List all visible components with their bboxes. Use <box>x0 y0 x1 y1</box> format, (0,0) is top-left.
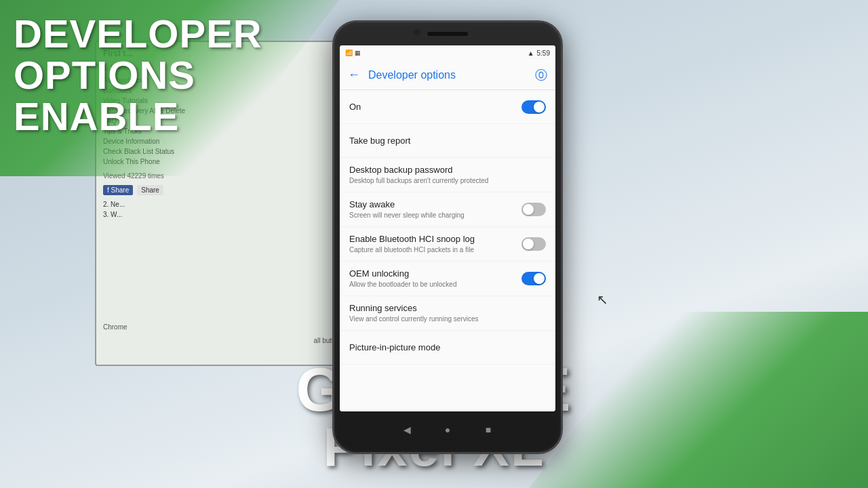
setting-subtitle-desktop-backup: Desktop full backups aren't currently pr… <box>349 176 540 185</box>
toggle-oem-unlocking[interactable] <box>521 272 546 285</box>
setting-item-bluetooth-hci[interactable]: Enable Bluetooth HCI snoop logCapture al… <box>340 227 555 262</box>
phone-screen: 📶 ▦ ▲ 5:59 ← Developer options ⓪ OnTake … <box>340 45 555 411</box>
toggle-on-toggle[interactable] <box>521 100 546 114</box>
setting-text-bug-report: Take bug report <box>349 136 546 146</box>
setting-text-bluetooth-hci: Enable Bluetooth HCI snoop logCapture al… <box>349 234 521 254</box>
hero-line-2: OPTIONS <box>14 53 195 97</box>
toggle-thumb-bluetooth-hci <box>523 239 534 249</box>
status-bar: 📶 ▦ ▲ 5:59 <box>340 45 555 60</box>
laptop-step-3: 3. W... <box>103 211 344 218</box>
setting-text-picture-in-picture: Picture-in-picture mode <box>349 342 546 352</box>
setting-text-desktop-backup: Desktop backup passwordDesktop full back… <box>349 165 546 185</box>
setting-title-picture-in-picture: Picture-in-picture mode <box>349 342 540 352</box>
nav-back-button[interactable]: ◀ <box>400 423 414 436</box>
setting-item-picture-in-picture[interactable]: Picture-in-picture mode <box>340 331 555 365</box>
setting-title-running-services: Running services <box>349 303 540 313</box>
toggle-stay-awake[interactable] <box>521 203 546 216</box>
toggle-bluetooth-hci[interactable] <box>521 237 546 251</box>
setting-text-oem-unlocking: OEM unlockingAllow the bootloader to be … <box>349 268 521 289</box>
screen-title: Developer options <box>368 69 535 81</box>
wifi-icon: 📶 <box>345 49 353 56</box>
chrome-label: Chrome <box>103 323 127 331</box>
setting-item-bug-report[interactable]: Take bug report <box>340 124 555 158</box>
setting-title-oem-unlocking: OEM unlocking <box>349 268 516 279</box>
phone-mockup: 📶 ▦ ▲ 5:59 ← Developer options ⓪ OnTake … <box>332 20 563 454</box>
setting-title-stay-awake: Stay awake <box>349 199 516 209</box>
back-button[interactable]: ← <box>348 68 360 82</box>
screen-icon: ▦ <box>355 49 361 56</box>
setting-title-desktop-backup: Desktop backup password <box>349 165 540 175</box>
setting-item-stay-awake[interactable]: Stay awakeScreen will never sleep while … <box>340 192 555 227</box>
mouse-cursor: ↖ <box>597 291 608 308</box>
app-bar: ← Developer options ⓪ <box>340 60 555 90</box>
facebook-button[interactable]: f Share <box>103 185 133 195</box>
setting-title-bug-report: Take bug report <box>349 136 540 146</box>
phone-body: 📶 ▦ ▲ 5:59 ← Developer options ⓪ OnTake … <box>332 20 563 454</box>
setting-text-running-services: Running servicesView and control current… <box>349 303 546 323</box>
setting-title-on-toggle: On <box>349 102 516 112</box>
setting-item-desktop-backup[interactable]: Desktop backup passwordDesktop full back… <box>340 158 555 192</box>
setting-title-bluetooth-hci: Enable Bluetooth HCI snoop log <box>349 234 516 244</box>
laptop-step-2: 2. Ne... <box>103 201 344 208</box>
hero-line-3: ENABLE <box>14 94 179 138</box>
share-button[interactable]: Share <box>137 185 163 195</box>
toggle-thumb-on-toggle <box>534 102 545 113</box>
help-button[interactable]: ⓪ <box>535 67 547 83</box>
signal-icon: ▲ <box>528 49 534 57</box>
setting-item-oem-unlocking[interactable]: OEM unlockingAllow the bootloader to be … <box>340 262 555 296</box>
phone-camera <box>414 29 420 36</box>
social-buttons: f Share Share <box>103 185 344 195</box>
setting-subtitle-running-services: View and control currently running servi… <box>349 314 540 323</box>
phone-nav-bar: ◀ ● ■ <box>334 413 561 447</box>
toggle-thumb-oem-unlocking <box>534 273 545 284</box>
nav-recents-button[interactable]: ■ <box>481 423 495 436</box>
status-icons-right: ▲ 5:59 <box>528 49 550 57</box>
setting-subtitle-oem-unlocking: Allow the bootloader to be unlocked <box>349 280 516 289</box>
setting-text-on-toggle: On <box>349 102 521 112</box>
time-display: 5:59 <box>537 49 550 57</box>
phone-speaker <box>427 32 468 36</box>
setting-text-stay-awake: Stay awakeScreen will never sleep while … <box>349 199 521 220</box>
hero-text-top: DEVELOPER OPTIONS ENABLE <box>14 14 262 138</box>
settings-list: OnTake bug reportDesktop backup password… <box>340 90 555 411</box>
setting-subtitle-stay-awake: Screen will never sleep while charging <box>349 211 516 220</box>
nav-home-button[interactable]: ● <box>441 423 454 436</box>
hero-line-1: DEVELOPER <box>14 12 262 56</box>
toggle-thumb-stay-awake <box>523 204 534 215</box>
setting-subtitle-bluetooth-hci: Capture all bluetooth HCI packets in a f… <box>349 245 516 254</box>
setting-item-on-toggle[interactable]: On <box>340 90 555 124</box>
setting-item-running-services[interactable]: Running servicesView and control current… <box>340 296 555 331</box>
status-icons-left: 📶 ▦ <box>345 49 361 56</box>
